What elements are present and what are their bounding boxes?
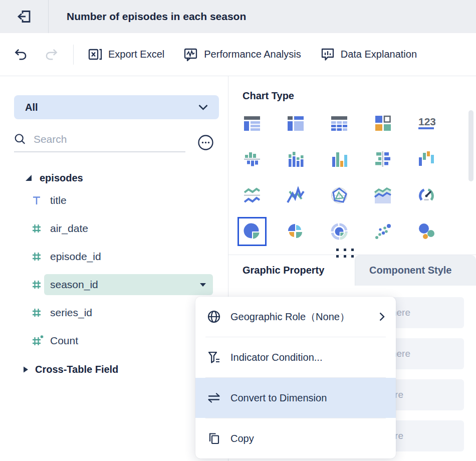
tree-group-label: episodes [40,172,83,184]
redo-button[interactable] [45,48,58,61]
pie-icon [243,222,261,241]
gauge-icon [417,186,435,204]
tab-component-style[interactable]: Component Style [355,255,476,286]
export-excel-label: Export Excel [108,49,164,60]
chart-type-table-grid[interactable] [330,114,349,133]
bubble-icon [417,222,435,241]
menu-item-label: Geographic Role（None） [230,310,350,324]
tree-group-episodes[interactable]: episodes [0,169,228,186]
line-icon [287,186,305,204]
submenu-chevron-icon [379,312,385,321]
field-row-title[interactable]: title [0,186,228,214]
field-label: title [50,194,67,206]
chart-type-column[interactable] [330,150,349,169]
field-row-season-id[interactable]: season_id [0,271,228,299]
excel-icon [88,47,103,62]
menu-item-geographic-role[interactable]: Geographic Role（None） [195,297,396,337]
chart-type-table-summary[interactable] [243,114,262,133]
performance-analysis-label: Performance Analysis [204,49,301,60]
tree-group-cross-table[interactable]: Cross-Table Field [0,364,228,375]
chart-type-bubble[interactable] [417,222,436,241]
search-field[interactable] [14,132,185,152]
caret-expanded-icon [25,174,32,181]
undo-icon [14,48,28,61]
menu-item-convert-to-dimension[interactable]: Convert to Dimension [195,378,396,418]
table-grid-icon [330,114,348,132]
exit-back-icon [15,8,33,26]
number-field-icon [31,251,42,262]
chart-type-bidirectional-bar[interactable] [373,150,392,169]
toolbar: Export Excel Performance Analysis Data E… [0,33,476,76]
undo-button[interactable] [14,48,28,61]
chart-type-radar[interactable] [330,186,349,205]
card-grid-icon [374,114,392,132]
chart-type-gauge[interactable] [417,186,436,205]
more-chart-types-handle[interactable] [336,249,354,258]
chart-type-stacked-column[interactable] [286,150,305,169]
text-field-icon [31,195,42,206]
area-icon [374,186,392,204]
menu-item-copy[interactable]: Copy [195,418,396,458]
chart-type-dual-axis-line[interactable] [243,186,262,205]
column-icon [330,150,348,168]
dataset-filter-value: All [25,102,38,113]
top-bar: Number of episodes in each season [0,0,476,33]
bidirectional-column-icon [243,150,261,168]
export-excel-button[interactable]: Export Excel [88,47,164,62]
number-field-icon [31,279,42,290]
caret-collapsed-icon [23,366,29,373]
menu-item-indicator-condition[interactable]: Indicator Condition... [195,337,396,377]
field-label: episode_id [50,251,101,263]
dataset-filter-select[interactable]: All [14,95,219,119]
pulse-bubble-icon [183,47,198,62]
chart-type-scatter[interactable] [373,222,392,241]
copy-icon [206,431,221,445]
search-input[interactable] [34,133,185,145]
chart-type-line[interactable] [286,186,305,205]
calculated-number-field-icon [31,335,44,347]
field-row-air-date[interactable]: air_date [0,214,228,243]
chart-type-bidirectional-column[interactable] [243,150,262,169]
chart-type-waterfall[interactable] [417,150,436,169]
number-field-icon [31,223,42,234]
config-tabbar: Graphic Property Component Style [228,255,476,286]
donut-icon [330,222,348,241]
scrollbar-thumb[interactable] [468,110,473,181]
field-row-series-id[interactable]: series_id [0,299,228,327]
chart-type-donut[interactable] [330,222,349,241]
toolbar-divider [73,45,74,65]
chart-type-table-detail[interactable] [286,114,305,133]
more-options-button[interactable] [197,134,214,151]
tab-graphic-property[interactable]: Graphic Property [228,255,355,286]
indicator-card-icon: 123 [417,114,435,132]
field-menu-caret-icon[interactable] [200,283,206,287]
performance-analysis-button[interactable]: Performance Analysis [183,47,301,62]
field-label: series_id [50,307,92,319]
chart-type-rose-pie[interactable] [286,222,305,241]
field-tree: episodes title a [0,169,228,375]
field-sidebar: All [0,76,228,461]
circled-ellipsis-icon [197,134,214,151]
back-button[interactable] [0,0,49,33]
field-row-episode-id[interactable]: episode_id [0,243,228,271]
chart-type-indicator-card[interactable]: 123 [417,114,436,133]
bidirectional-bar-icon [374,150,392,168]
search-icon [14,132,26,146]
chart-type-area[interactable] [373,186,392,205]
chart-type-card-grid[interactable] [373,114,392,133]
number-field-icon [31,307,42,318]
globe-icon [206,310,221,324]
app-window: Number of episodes in each season Export… [0,0,476,461]
menu-item-label: Indicator Condition... [230,352,322,363]
field-row-count[interactable]: Count [0,327,228,355]
chart-type-pie[interactable] [243,222,262,241]
dual-axis-line-icon [243,186,261,204]
waterfall-icon [417,150,435,168]
table-detail-icon [287,114,305,132]
field-label: Count [50,335,78,347]
tab-label: Graphic Property [243,265,324,276]
chevron-down-icon [198,105,208,110]
chart-type-grid: 123 [243,114,436,241]
data-explanation-button[interactable]: Data Explanation [320,47,417,62]
search-row [14,132,214,152]
